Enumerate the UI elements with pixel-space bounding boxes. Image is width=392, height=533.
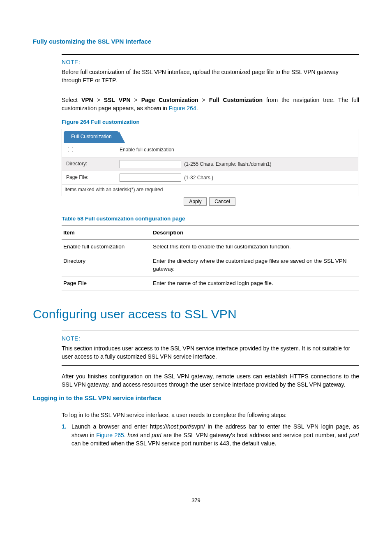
figure-265-link[interactable]: Figure 265: [96, 432, 124, 438]
login-intro: To log in to the SSL VPN service interfa…: [62, 411, 359, 419]
step-1-text: Launch a browser and enter https://host:…: [71, 422, 359, 447]
t58-r1-item: Directory: [62, 254, 151, 276]
s1-port3: port: [349, 432, 359, 438]
note-text-2: This section introduces user access to t…: [62, 344, 359, 361]
t58-r2-desc: Enter the name of the customized login p…: [151, 276, 359, 290]
note-title-1: NOTE:: [62, 58, 359, 66]
panel-buttons: Apply Cancel: [62, 197, 357, 206]
cancel-button[interactable]: Cancel: [209, 197, 235, 206]
enable-full-customization-checkbox[interactable]: [68, 147, 73, 152]
apply-button[interactable]: Apply: [184, 197, 207, 206]
table-row: Page File Enter the name of the customiz…: [62, 276, 359, 290]
nav-pagecust: Page Customization: [141, 97, 198, 103]
enable-full-customization-label: Enable full customization: [115, 143, 358, 157]
nav-sep-1: >: [93, 97, 104, 103]
list-item: 1. Launch a browser and enter https://ho…: [62, 422, 359, 447]
t58-r2-item: Page File: [62, 276, 151, 290]
pagefile-input[interactable]: [120, 174, 181, 182]
pagefile-hint: (1-32 Chars.): [184, 175, 213, 181]
s1-host1: host: [167, 423, 178, 430]
nav-sslvpn: SSL VPN: [104, 97, 131, 103]
note-title-2: NOTE:: [62, 334, 359, 343]
directory-input[interactable]: [120, 160, 181, 168]
table-row: Directory Enter the directory where the …: [62, 254, 359, 276]
note-box-1: NOTE: Before full customization of the S…: [62, 54, 359, 89]
s1-port2: port: [152, 432, 161, 438]
heading-fully-customizing: Fully customizing the SSL VPN interface: [33, 37, 359, 46]
nav-sep-3: >: [198, 97, 209, 103]
t58-r0-item: Enable full customization: [62, 240, 151, 254]
table-58-caption: Table 58 Full customization configuratio…: [62, 215, 359, 223]
table-58: Item Description Enable full customizati…: [62, 225, 359, 291]
s1d: and: [138, 432, 152, 438]
table-58-header-item: Item: [62, 225, 151, 240]
figure-264-caption: Figure 264 Full customization: [62, 118, 359, 126]
nav-end: .: [196, 105, 198, 111]
nav-vpn: VPN: [81, 97, 93, 103]
table-row: Enable full customization Select this it…: [62, 240, 359, 254]
s1-host2: host: [127, 432, 138, 438]
note-text-1: Before full customization of the SSL VPN…: [62, 68, 359, 85]
directory-label: Directory:: [62, 157, 115, 171]
pagefile-label: Page File:: [62, 171, 115, 184]
after-config-paragraph: After you finishes configuration on the …: [62, 372, 359, 389]
t58-r1-desc: Enter the directory where the customized…: [151, 254, 359, 276]
directory-hint: (1-255 Chars. Example: flash:/domain1): [184, 161, 271, 167]
nav-prefix: Select: [62, 97, 81, 103]
nav-sep-2: >: [131, 97, 141, 103]
s1e: are the SSL VPN gateway's host address a…: [161, 432, 349, 438]
t58-r0-desc: Select this item to enable the full cust…: [151, 240, 359, 254]
s1-port1: port: [180, 423, 189, 430]
nav-instruction: Select VPN > SSL VPN > Page Customizatio…: [62, 96, 359, 113]
step-1-number: 1.: [62, 422, 71, 447]
figure-264-link[interactable]: Figure 264: [169, 105, 196, 111]
heading-configuring-user-access: Configuring user access to SSL VPN: [33, 305, 359, 323]
s1a: Launch a browser and enter https://: [71, 423, 167, 430]
page-number: 379: [33, 497, 359, 505]
heading-logging-in: Logging in to the SSL VPN service interf…: [33, 394, 359, 403]
table-58-header-desc: Description: [151, 225, 359, 240]
required-note: Items marked with an asterisk(*) are req…: [62, 184, 358, 196]
s1f: can be omitted when the SSL VPN service …: [71, 440, 276, 447]
tab-full-customization[interactable]: Full Customization: [64, 131, 119, 143]
nav-fullcust: Full Customization: [209, 97, 263, 103]
full-customization-panel: Full Customization Enable full customiza…: [62, 129, 358, 196]
note-box-2: NOTE: This section introduces user acces…: [62, 331, 359, 366]
